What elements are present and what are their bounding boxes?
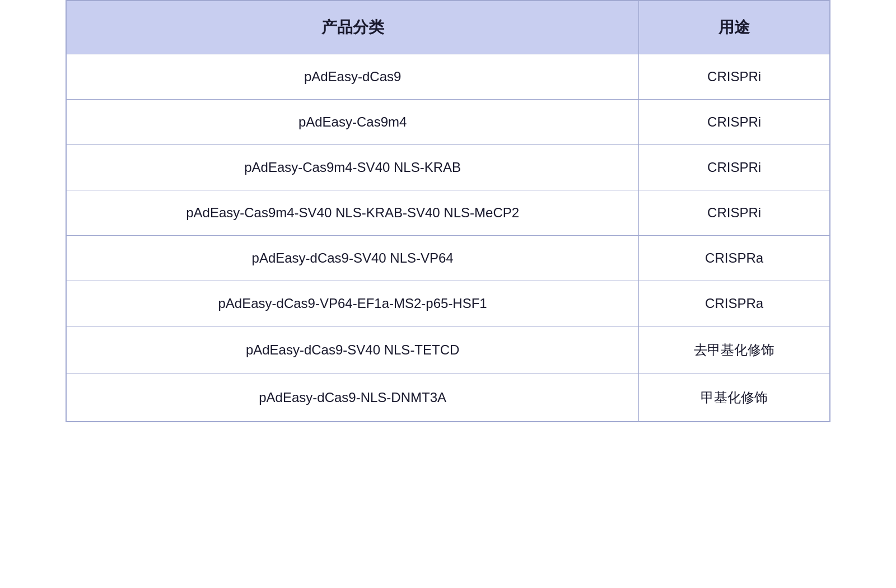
cell-product: pAdEasy-Cas9m4-SV40 NLS-KRAB bbox=[67, 145, 639, 190]
cell-use: CRISPRi bbox=[639, 54, 830, 100]
cell-use: CRISPRi bbox=[639, 190, 830, 236]
cell-product: pAdEasy-Cas9m4 bbox=[67, 100, 639, 145]
table-row: pAdEasy-dCas9CRISPRi bbox=[67, 54, 830, 100]
table-row: pAdEasy-Cas9m4-SV40 NLS-KRABCRISPRi bbox=[67, 145, 830, 190]
cell-use: 甲基化修饰 bbox=[639, 374, 830, 422]
main-table-wrapper: 产品分类 用途 pAdEasy-dCas9CRISPRipAdEasy-Cas9… bbox=[66, 0, 830, 422]
header-use: 用途 bbox=[639, 1, 830, 54]
cell-use: CRISPRi bbox=[639, 145, 830, 190]
product-table: 产品分类 用途 pAdEasy-dCas9CRISPRipAdEasy-Cas9… bbox=[66, 1, 830, 422]
cell-use: CRISPRa bbox=[639, 236, 830, 281]
table-row: pAdEasy-Cas9m4-SV40 NLS-KRAB-SV40 NLS-Me… bbox=[67, 190, 830, 236]
cell-product: pAdEasy-dCas9 bbox=[67, 54, 639, 100]
header-product: 产品分类 bbox=[67, 1, 639, 54]
table-row: pAdEasy-Cas9m4CRISPRi bbox=[67, 100, 830, 145]
cell-product: pAdEasy-dCas9-VP64-EF1a-MS2-p65-HSF1 bbox=[67, 281, 639, 326]
table-row: pAdEasy-dCas9-VP64-EF1a-MS2-p65-HSF1CRIS… bbox=[67, 281, 830, 326]
cell-product: pAdEasy-dCas9-SV40 NLS-VP64 bbox=[67, 236, 639, 281]
cell-product: pAdEasy-dCas9-SV40 NLS-TETCD bbox=[67, 326, 639, 374]
cell-use: CRISPRi bbox=[639, 100, 830, 145]
cell-product: pAdEasy-dCas9-NLS-DNMT3A bbox=[67, 374, 639, 422]
cell-product: pAdEasy-Cas9m4-SV40 NLS-KRAB-SV40 NLS-Me… bbox=[67, 190, 639, 236]
cell-use: CRISPRa bbox=[639, 281, 830, 326]
table-row: pAdEasy-dCas9-NLS-DNMT3A甲基化修饰 bbox=[67, 374, 830, 422]
cell-use: 去甲基化修饰 bbox=[639, 326, 830, 374]
table-row: pAdEasy-dCas9-SV40 NLS-VP64CRISPRa bbox=[67, 236, 830, 281]
table-header-row: 产品分类 用途 bbox=[67, 1, 830, 54]
table-row: pAdEasy-dCas9-SV40 NLS-TETCD去甲基化修饰 bbox=[67, 326, 830, 374]
